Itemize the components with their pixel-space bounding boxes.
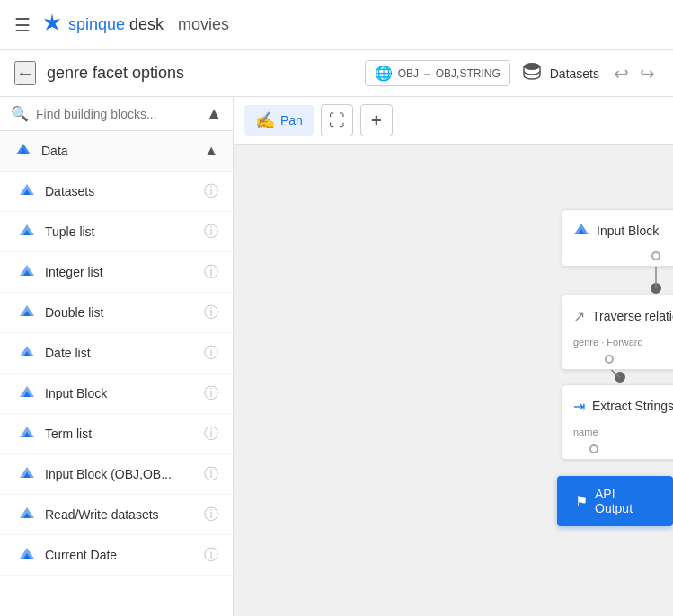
node-traverse-sub: genre · Forward [562,337,673,355]
double-list-icon [18,302,36,323]
svg-point-24 [651,284,660,293]
readwrite-datasets-label: Read/Write datasets [45,507,195,522]
node-input-block-header: Input Block ⋮ [562,210,673,251]
api-output-flag-icon: ⚑ [575,493,588,510]
input-block-obj-label: Input Block (OBJ,OB... [45,467,195,481]
datasets-button[interactable]: Datasets [521,60,599,86]
node-extract-output-port-left [589,444,598,453]
node-input-block-icon [573,221,589,241]
tuple-list-icon [18,221,36,242]
tuple-list-help-icon[interactable]: ⓘ [204,223,218,242]
collapse-icon[interactable]: ▲ [206,104,222,123]
term-list-label: Term list [45,427,195,441]
integer-list-label: Integer list [45,265,195,279]
node-extract-sub: name [562,427,673,444]
input-block-obj-icon [18,463,36,485]
date-list-help-icon[interactable]: ⓘ [204,344,218,363]
node-traverse-icon: ↗ [573,308,585,325]
current-date-label: Current Date [45,548,195,562]
datasets-icon [521,60,543,86]
double-list-label: Double list [45,305,195,320]
node-traverse-header: ↗ Traverse relation ⋮ [562,295,673,337]
logo-star-icon [41,12,63,39]
input-block-obj-help-icon[interactable]: ⓘ [204,465,218,484]
input-block-icon [18,383,36,404]
node-traverse-label: Traverse relation [592,309,673,323]
type-badge: 🌐 OBJ → OBJ,STRING [365,60,510,86]
breadcrumb-bar: ← genre facet options 🌐 OBJ → OBJ,STRING… [0,50,673,97]
sidebar-item-integer-list[interactable]: Integer list ⓘ [0,252,233,293]
sidebar-item-input-block-obj[interactable]: Input Block (OBJ,OB... ⓘ [0,454,233,495]
menu-icon[interactable]: ☰ [14,14,31,36]
undo-redo-group: ↩ ↪ [610,59,659,88]
node-traverse-relation[interactable]: ↗ Traverse relation ⋮ genre · Forward [562,295,673,370]
readwrite-datasets-help-icon[interactable]: ⓘ [204,506,218,524]
readwrite-datasets-icon [18,504,36,525]
sidebar-section-data[interactable]: Data ▲ [0,131,233,172]
canvas-content: Input Block ⋮ ↗ Traverse relation ⋮ genr… [234,97,673,616]
sidebar-item-readwrite-datasets[interactable]: Read/Write datasets ⓘ [0,495,233,535]
sidebar-list: Data ▲ Datasets ⓘ [0,131,233,616]
node-extract-icon: ⇥ [573,398,585,415]
tuple-list-label: Tuple list [45,224,195,239]
node-traverse-output-port-left [605,355,614,364]
logo: spinque desk [41,12,164,39]
term-list-help-icon[interactable]: ⓘ [204,425,218,444]
datasets-item-label: Datasets [45,184,195,198]
node-input-block-label: Input Block [597,224,673,238]
redo-button[interactable]: ↪ [636,59,659,88]
search-icon: 🔍 [11,105,29,122]
node-input-block[interactable]: Input Block ⋮ [562,209,673,267]
search-input[interactable] [36,107,199,121]
sidebar-item-date-list[interactable]: Date list ⓘ [0,333,233,374]
input-block-label: Input Block [45,386,195,400]
section-data-icon [14,140,32,162]
topbar: ☰ spinque desk movies [0,0,673,50]
sidebar-item-tuple-list[interactable]: Tuple list ⓘ [0,212,233,252]
sidebar-item-datasets[interactable]: Datasets ⓘ [0,172,233,212]
undo-button[interactable]: ↩ [610,59,633,88]
canvas-area: ✍ Pan ⛶ + [234,97,673,616]
current-date-help-icon[interactable]: ⓘ [204,546,218,565]
type-badge-icon: 🌐 [375,65,393,82]
double-list-help-icon[interactable]: ⓘ [204,304,218,322]
svg-point-0 [524,63,540,70]
main-layout: 🔍 ▲ Data ▲ [0,97,673,616]
datasets-help-icon[interactable]: ⓘ [204,182,218,201]
page-title: genre facet options [47,64,354,83]
api-output-label: API Output [595,487,655,515]
sidebar-item-term-list[interactable]: Term list ⓘ [0,414,233,454]
input-block-help-icon[interactable]: ⓘ [204,384,218,403]
integer-list-help-icon[interactable]: ⓘ [204,263,218,282]
type-badge-text: OBJ → OBJ,STRING [398,67,500,80]
term-list-icon [18,423,36,444]
node-extract-strings[interactable]: ⇥ Extract Strings ⋮ name [562,384,673,460]
back-button[interactable]: ← [14,61,36,85]
date-list-label: Date list [45,346,195,360]
api-output-node[interactable]: ⚑ API Output [557,476,673,526]
section-data-label: Data [41,144,195,158]
datasets-item-icon [18,180,36,202]
section-data-chevron: ▲ [204,143,218,159]
svg-point-28 [615,373,624,382]
sidebar-item-input-block[interactable]: Input Block ⓘ [0,374,233,414]
node-input-block-output-port [651,251,660,260]
sidebar-item-double-list[interactable]: Double list ⓘ [0,293,233,333]
sidebar-item-current-date[interactable]: Current Date ⓘ [0,535,233,576]
node-extract-label: Extract Strings [592,399,673,413]
app-name: movies [178,15,229,34]
search-bar: 🔍 ▲ [0,97,233,131]
node-extract-header: ⇥ Extract Strings ⋮ [562,385,673,427]
current-date-icon [18,544,36,566]
sidebar: 🔍 ▲ Data ▲ [0,97,234,616]
integer-list-icon [18,261,36,283]
date-list-icon [18,342,36,364]
logo-text: spinque desk [68,15,164,34]
datasets-label: Datasets [550,66,599,81]
